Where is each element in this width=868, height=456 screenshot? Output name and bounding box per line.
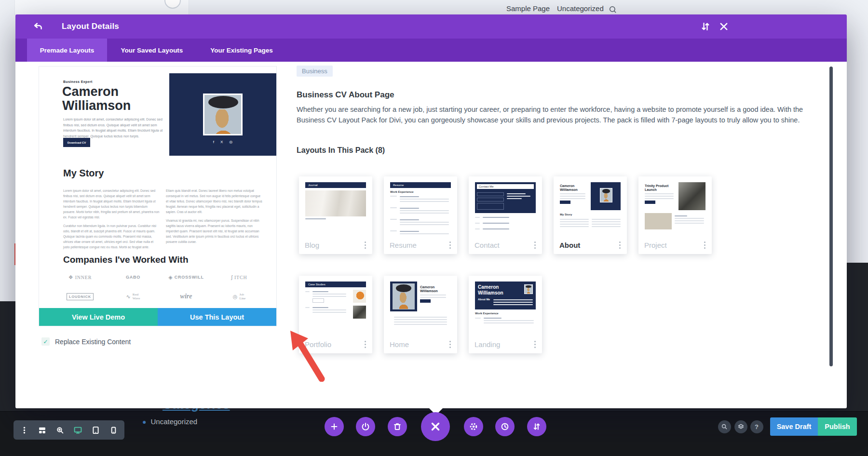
- preview-companies-heading: Companies I've Worked With: [63, 255, 189, 265]
- settings-icon[interactable]: [464, 417, 483, 436]
- layout-pack-description: Whether you are searching for a new job,…: [297, 104, 809, 125]
- sort-icon[interactable]: [527, 417, 546, 436]
- category-badge[interactable]: Business: [297, 66, 333, 77]
- power-icon[interactable]: [356, 417, 375, 436]
- download-cv-button: Download CV: [63, 138, 90, 147]
- social-icons: f X ◎: [169, 140, 276, 144]
- instagram-icon: ◎: [229, 140, 232, 144]
- phone-icon[interactable]: [109, 426, 118, 434]
- layout-name: About: [559, 241, 580, 249]
- company-logo-job-line: ◎JobLine: [213, 290, 266, 303]
- layout-name: Home: [390, 340, 409, 349]
- search-icon[interactable]: [718, 420, 731, 433]
- kebab-menu-icon[interactable]: [533, 240, 537, 250]
- layout-name: Contact: [475, 241, 500, 249]
- kebab-menu-icon[interactable]: [618, 240, 622, 250]
- trash-icon[interactable]: [388, 417, 407, 436]
- preview-action-buttons: View Live Demo Use This Layout: [39, 308, 276, 326]
- zoom-icon[interactable]: [56, 426, 64, 434]
- layout-card-home[interactable]: Cameron WilliamsonHome: [384, 276, 457, 353]
- layout-card-about[interactable]: Cameron WilliamsonMy StoryAbout: [554, 176, 627, 254]
- modal-tabbar: Premade LayoutsYour Saved LayoutsYour Ex…: [15, 39, 847, 62]
- kebab-menu-icon[interactable]: [448, 339, 452, 349]
- layout-details-modal: Layout Details Premade LayoutsYour Saved…: [15, 14, 847, 408]
- layout-thumbnail: Trinity Product Launch: [645, 182, 705, 234]
- layout-thumbnail: Cameron WilliamsonMy Story: [560, 182, 621, 234]
- company-logo-real-wave: ∿RealWave: [107, 290, 160, 303]
- layout-thumbnail: Cameron WilliamsonAbout MeWork Experienc…: [475, 282, 536, 334]
- close-icon[interactable]: [719, 21, 729, 32]
- tab-your-saved-layouts[interactable]: Your Saved Layouts: [107, 39, 197, 62]
- layout-name: Blog: [305, 241, 319, 249]
- x-icon: X: [220, 140, 223, 144]
- layout-card-resume[interactable]: ResumeWork ExperienceResume: [384, 176, 457, 254]
- kebab-menu-icon[interactable]: [448, 240, 452, 250]
- layout-pack-title: Business CV About Page: [297, 90, 394, 100]
- company-logos: ❖INNERGABO◈CROSSWILLʃITCHLOUDNICK∿RealWa…: [54, 271, 266, 303]
- page-dark-section-right: [845, 263, 868, 306]
- modal-title: Layout Details: [62, 14, 119, 39]
- story-column-2: Etiam quis blandit erat. Donec laoreet l…: [166, 188, 262, 248]
- preview-eyebrow: Business Expert: [63, 80, 93, 83]
- replace-existing-content-row: ✓ Replace Existing Content: [41, 337, 131, 346]
- layout-thumbnail: Journal: [305, 182, 366, 234]
- nav-link-sample-page[interactable]: Sample Page: [506, 4, 550, 13]
- annotation-arrow: [276, 325, 330, 382]
- background-panel: [14, 0, 189, 15]
- tablet-icon[interactable]: [92, 426, 100, 434]
- sort-icon[interactable]: [700, 21, 711, 32]
- kebab-menu-icon[interactable]: [533, 339, 537, 349]
- history-icon[interactable]: [495, 417, 515, 436]
- preview-hero-name: Cameron Williamson: [62, 85, 144, 112]
- layout-thumbnail: ResumeWork Experience: [390, 182, 451, 234]
- replace-content-checkbox[interactable]: ✓: [41, 337, 50, 346]
- company-logo-itch: ʃITCH: [213, 271, 266, 283]
- layout-name: Landing: [475, 340, 500, 349]
- layout-thumbnail: Cameron Williamson: [390, 282, 451, 334]
- grid-icon[interactable]: [38, 426, 46, 434]
- category-list-item[interactable]: ●Uncategorized: [142, 417, 197, 426]
- kebab-menu-icon[interactable]: [363, 240, 367, 250]
- save-draft-button[interactable]: Save Draft: [770, 417, 818, 436]
- layout-thumbnail: Contact Me: [475, 182, 536, 234]
- modal-scrollbar[interactable]: [829, 67, 833, 366]
- layout-preview-panel: Business Expert Cameron Williamson Lorem…: [39, 66, 277, 326]
- facebook-icon: f: [213, 140, 214, 144]
- use-this-layout-button[interactable]: Use This Layout: [158, 308, 276, 326]
- layout-card-blog[interactable]: JournalBlog: [299, 176, 372, 254]
- responsive-toolbar: [14, 420, 124, 440]
- replace-content-label: Replace Existing Content: [55, 338, 131, 346]
- tab-your-existing-pages[interactable]: Your Existing Pages: [197, 39, 286, 62]
- company-logo-wire: wire: [160, 290, 213, 303]
- preview-hero-photo-panel: f X ◎: [169, 73, 276, 156]
- plus-icon[interactable]: [325, 417, 344, 436]
- kebab-menu-icon[interactable]: [363, 339, 367, 349]
- preview-story-heading: My Story: [63, 168, 104, 179]
- kebab-menu-icon[interactable]: [703, 240, 707, 250]
- tab-premade-layouts[interactable]: Premade Layouts: [27, 39, 107, 62]
- help-icon[interactable]: ?: [750, 420, 763, 433]
- close-icon[interactable]: [421, 412, 450, 441]
- layout-card-project[interactable]: Trinity Product LaunchProject: [638, 176, 712, 254]
- portrait-photo: [203, 94, 243, 135]
- layers-icon[interactable]: [734, 420, 747, 433]
- publish-button[interactable]: Publish: [818, 417, 857, 436]
- view-live-demo-button[interactable]: View Live Demo: [39, 308, 158, 326]
- page: Sample Page Uncategorized Categories ●Un…: [0, 0, 868, 456]
- story-column-1: Lorem ipsum dolor sit amet, consectetur …: [63, 188, 160, 254]
- layouts-in-pack-heading: Layouts In This Pack (8): [297, 146, 385, 155]
- layout-name: Resume: [390, 241, 417, 249]
- back-icon[interactable]: [33, 21, 43, 32]
- layout-card-contact[interactable]: Contact MeContact: [469, 176, 542, 254]
- layout-name: Project: [644, 241, 667, 249]
- bullet-icon: ●: [142, 418, 146, 426]
- magnifier-icon[interactable]: [609, 5, 617, 14]
- company-logo-crosswill: ◈CROSSWILL: [160, 271, 213, 283]
- layout-card-landing[interactable]: Cameron WilliamsonAbout MeWork Experienc…: [469, 276, 542, 353]
- desktop-icon[interactable]: [74, 426, 82, 434]
- preview-hero-paragraph: Lorem ipsum dolor sit amet, consectetur …: [63, 117, 166, 139]
- kebab-menu-icon[interactable]: [20, 426, 28, 434]
- nav-link-uncategorized[interactable]: Uncategorized: [557, 4, 604, 13]
- company-logo-gabo: GABO: [107, 271, 160, 283]
- modal-header: Layout Details: [15, 14, 847, 39]
